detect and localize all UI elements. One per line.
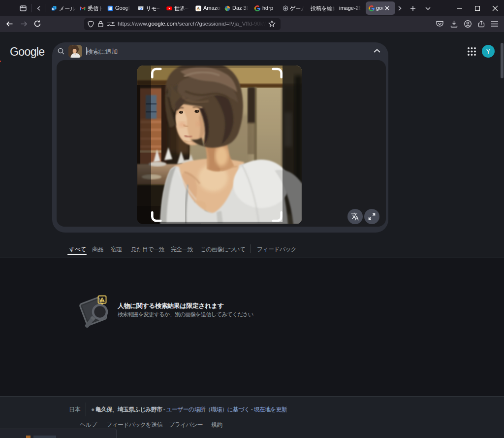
- svg-text:31: 31: [109, 7, 112, 10]
